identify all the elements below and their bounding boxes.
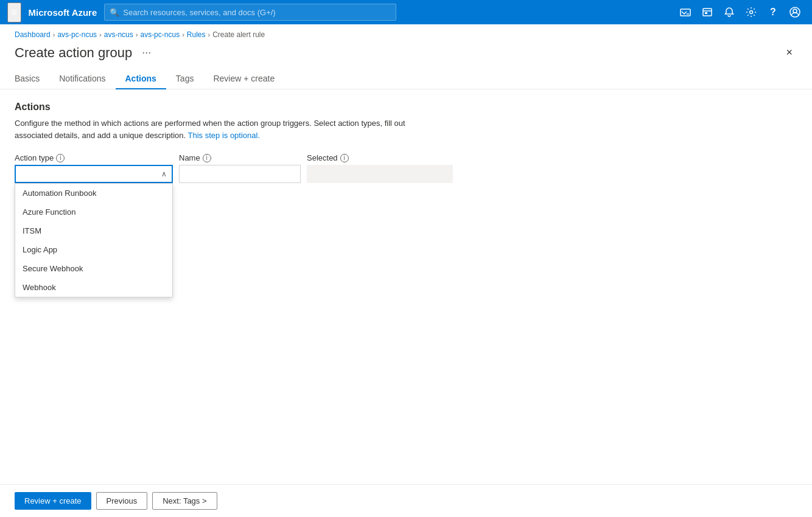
selected-cell bbox=[307, 165, 453, 183]
footer: Review + create Previous Next: Tags > bbox=[0, 484, 812, 517]
action-type-label: Action type bbox=[15, 153, 54, 162]
breadcrumb-dashboard[interactable]: Dashboard bbox=[15, 30, 51, 39]
review-create-button[interactable]: Review + create bbox=[15, 492, 91, 510]
search-icon: 🔍 bbox=[110, 8, 119, 17]
search-input[interactable] bbox=[123, 8, 391, 17]
dropdown-item-logic-app[interactable]: Logic App bbox=[15, 240, 172, 259]
next-button[interactable]: Next: Tags > bbox=[152, 492, 217, 510]
selected-label: Selected bbox=[307, 153, 338, 162]
breadcrumb-current: Create alert rule bbox=[212, 30, 265, 39]
col-header-selected: Selected i bbox=[307, 153, 453, 162]
breadcrumb-avs-pc-ncus-2[interactable]: avs-pc-ncus bbox=[140, 30, 180, 39]
navbar: ≡ Microsoft Azure 🔍 ? bbox=[0, 0, 812, 24]
tab-tags[interactable]: Tags bbox=[166, 69, 204, 89]
breadcrumb-sep-5: › bbox=[208, 31, 211, 38]
section-description: Configure the method in which actions ar… bbox=[15, 117, 441, 141]
chevron-up-icon: ∧ bbox=[161, 170, 167, 178]
breadcrumb-sep-4: › bbox=[182, 31, 184, 38]
tab-actions[interactable]: Actions bbox=[116, 69, 166, 89]
name-label: Name bbox=[179, 153, 200, 162]
svg-rect-4 bbox=[705, 12, 707, 14]
dropdown-menu: Automation Runbook Azure Function ITSM L… bbox=[15, 183, 173, 297]
dropdown-item-azure-function[interactable]: Azure Function bbox=[15, 203, 172, 221]
dropdown-item-webhook[interactable]: Webhook bbox=[15, 278, 172, 297]
action-type-info-icon: i bbox=[56, 154, 65, 162]
breadcrumb-sep-2: › bbox=[99, 31, 102, 38]
svg-point-7 bbox=[793, 9, 797, 13]
previous-button[interactable]: Previous bbox=[96, 492, 148, 510]
help-icon[interactable]: ? bbox=[763, 2, 783, 22]
tab-notifications[interactable]: Notifications bbox=[49, 69, 115, 89]
dropdown-item-automation-runbook[interactable]: Automation Runbook bbox=[15, 184, 172, 203]
hamburger-menu-icon[interactable]: ≡ bbox=[7, 2, 21, 23]
name-input-wrapper bbox=[179, 165, 301, 183]
account-icon[interactable] bbox=[785, 2, 805, 22]
section-title: Actions bbox=[15, 102, 797, 113]
action-type-dropdown-wrapper: ∧ Automation Runbook Azure Function ITSM… bbox=[15, 165, 173, 183]
table-headers: Action type i Name i Selected i bbox=[15, 153, 797, 162]
page-title: Create action group bbox=[15, 45, 132, 61]
name-input-field[interactable] bbox=[179, 165, 301, 183]
action-type-dropdown[interactable]: ∧ bbox=[15, 165, 173, 183]
breadcrumb-rules[interactable]: Rules bbox=[187, 30, 206, 39]
action-row: ∧ Automation Runbook Azure Function ITSM… bbox=[15, 165, 797, 183]
dropdown-item-itsm[interactable]: ITSM bbox=[15, 221, 172, 240]
navbar-icon-group: ? bbox=[676, 2, 805, 22]
cloud-shell-icon[interactable] bbox=[676, 2, 695, 22]
content-area: Actions Configure the method in which ac… bbox=[0, 89, 812, 484]
col-header-action-type: Action type i bbox=[15, 153, 173, 162]
notifications-icon[interactable] bbox=[719, 2, 739, 22]
search-box: 🔍 bbox=[104, 4, 396, 21]
breadcrumb: Dashboard › avs-pc-ncus › avs-ncus › avs… bbox=[0, 24, 812, 39]
tabs-bar: Basics Notifications Actions Tags Review… bbox=[0, 61, 812, 89]
tab-basics[interactable]: Basics bbox=[15, 69, 49, 89]
col-header-name: Name i bbox=[179, 153, 301, 162]
breadcrumb-sep-3: › bbox=[136, 31, 138, 38]
more-options-button[interactable]: ··· bbox=[138, 45, 155, 60]
dropdown-item-secure-webhook[interactable]: Secure Webhook bbox=[15, 259, 172, 278]
settings-icon[interactable] bbox=[741, 2, 761, 22]
selected-info-icon: i bbox=[340, 154, 349, 162]
breadcrumb-avs-ncus[interactable]: avs-ncus bbox=[104, 30, 133, 39]
page-header: Create action group ··· × bbox=[0, 39, 812, 61]
tab-review-create[interactable]: Review + create bbox=[203, 69, 284, 89]
directory-icon[interactable] bbox=[698, 2, 717, 22]
main-container: Dashboard › avs-pc-ncus › avs-ncus › avs… bbox=[0, 24, 812, 517]
section-desc-link[interactable]: This step is optional. bbox=[188, 131, 261, 140]
close-button[interactable]: × bbox=[781, 44, 797, 61]
name-info-icon: i bbox=[203, 154, 211, 162]
breadcrumb-avs-pc-ncus-1[interactable]: avs-pc-ncus bbox=[57, 30, 97, 39]
svg-point-5 bbox=[750, 11, 753, 14]
breadcrumb-sep-1: › bbox=[53, 31, 55, 38]
brand-name: Microsoft Azure bbox=[29, 7, 97, 18]
